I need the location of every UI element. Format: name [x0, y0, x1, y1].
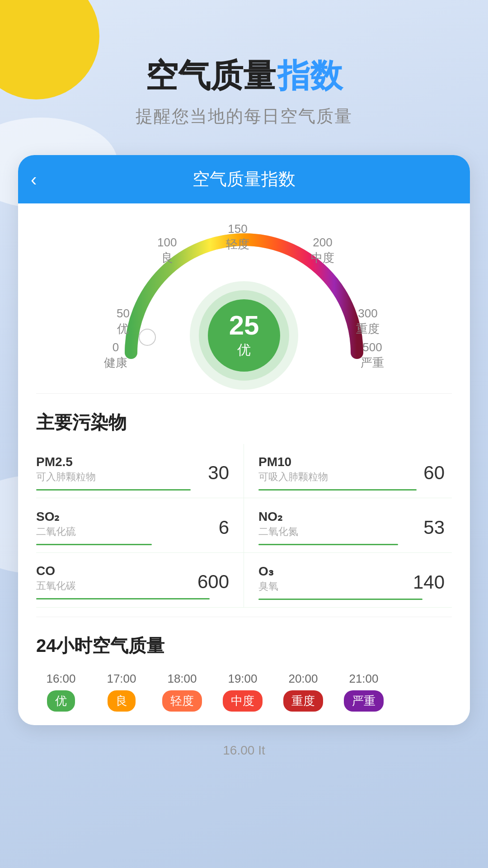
- gauge-label-150: 150轻度: [226, 222, 249, 252]
- timeline-time-2100: 21:00: [349, 672, 378, 686]
- timeline-badge-1900: 中度: [223, 690, 263, 712]
- pollutant-so2-value: 6: [219, 517, 229, 538]
- pollutant-co-name: CO: [36, 564, 76, 578]
- pollutant-pm10-name: PM10: [258, 455, 328, 469]
- pollutant-co-value: 600: [197, 571, 229, 593]
- pollutant-pm10-bar: [258, 489, 417, 491]
- timeline-section: 24小时空气质量 16:00 优 17:00 良 18:00 轻度 19:00 …: [18, 617, 470, 725]
- timeline-title: 24小时空气质量: [18, 617, 470, 667]
- pollutant-pm25-name: PM2.5: [36, 455, 96, 469]
- gauge-aura-mid: 25 优: [199, 290, 289, 381]
- pollutant-no2: NO₂ 二氧化氮 53: [244, 498, 452, 553]
- timeline-badge-2000: 重度: [283, 690, 323, 712]
- timeline-time-1700: 17:00: [107, 672, 136, 686]
- pollutants-section: 主要污染物 PM2.5 可入肺颗粒物 30: [18, 394, 470, 608]
- gauge-label-50: 50优: [117, 306, 130, 337]
- pollutant-no2-name: NO₂: [258, 509, 298, 524]
- gauge-label-200: 200中度: [311, 235, 334, 266]
- hero-title-main: 空气质量: [145, 57, 276, 94]
- pollutant-pm10-sub: 可吸入肺颗粒物: [258, 470, 328, 484]
- timeline-item-1600: 16:00 优: [36, 672, 86, 712]
- pollutant-pm10: PM10 可吸入肺颗粒物 60: [244, 444, 452, 498]
- gauge-center: 25 优: [190, 281, 298, 390]
- timeline-item-2000: 20:00 重度: [278, 672, 328, 712]
- timeline-time-1600: 16:00: [46, 672, 75, 686]
- pollutant-o3-name: O₃: [258, 564, 278, 579]
- pollutant-pm25-bar: [36, 489, 191, 491]
- pollutant-so2-bar: [36, 544, 152, 545]
- card-header-title: 空气质量指数: [192, 170, 296, 189]
- back-button[interactable]: ‹: [31, 169, 37, 189]
- gauge-container: 0健康 50优 100良 150轻度 2: [104, 222, 384, 384]
- bottom-label: 16.00 It: [18, 743, 470, 771]
- pollutant-pm10-value: 60: [423, 462, 445, 484]
- timeline-row: 16:00 优 17:00 良 18:00 轻度 19:00 中度 20:00: [18, 667, 470, 725]
- timeline-item-1900: 19:00 中度: [218, 672, 267, 712]
- timeline-item-1700: 17:00 良: [97, 672, 146, 712]
- timeline-time-1800: 18:00: [167, 672, 197, 686]
- timeline-time-2000: 20:00: [288, 672, 318, 686]
- timeline-badge-1600: 优: [47, 690, 75, 712]
- timeline-badge-2100: 严重: [344, 690, 384, 712]
- timeline-badge-1700: 良: [108, 690, 136, 712]
- pollutant-o3-sub: 臭氧: [258, 580, 278, 593]
- gauge-section: 0健康 50优 100良 150轻度 2: [18, 203, 470, 393]
- pollutant-co-bar: [36, 598, 210, 599]
- gauge-label-0: 0健康: [104, 340, 127, 371]
- pollutant-pm25: PM2.5 可入肺颗粒物 30: [36, 444, 244, 498]
- pollutant-co-sub: 五氧化碳: [36, 579, 76, 593]
- pollutant-o3-bar: [258, 599, 422, 600]
- timeline-badge-1800: 轻度: [162, 690, 202, 712]
- gauge-label-300: 300重度: [356, 306, 380, 337]
- gauge-value: 25: [229, 312, 259, 339]
- pollutant-so2: SO₂ 二氧化硫 6: [36, 498, 244, 553]
- timeline-item-2100: 21:00 严重: [339, 672, 389, 712]
- pollutant-so2-name: SO₂: [36, 509, 76, 524]
- card-header: ‹ 空气质量指数: [18, 155, 470, 203]
- gauge-aura-outer: 25 优: [190, 281, 298, 390]
- pollutant-o3-value: 140: [413, 571, 445, 593]
- pollutant-no2-bar: [258, 544, 398, 545]
- pollutant-pm25-value: 30: [208, 462, 229, 484]
- pollutant-o3: O₃ 臭氧 140: [244, 553, 452, 608]
- pollutant-co: CO 五氧化碳 600: [36, 553, 244, 608]
- timeline-item-1800: 18:00 轻度: [157, 672, 207, 712]
- pollutant-no2-value: 53: [423, 517, 445, 538]
- pollutants-title: 主要污染物: [18, 394, 470, 444]
- hero-title-accent: 指数: [277, 57, 343, 94]
- pollutants-grid: PM2.5 可入肺颗粒物 30 PM10 可吸入肺颗粒物 60: [18, 444, 470, 608]
- pollutant-pm25-sub: 可入肺颗粒物: [36, 470, 96, 484]
- hero-title-block: 空气质量 指数: [18, 54, 470, 98]
- gauge-label-100: 100良: [157, 235, 177, 266]
- main-card: ‹ 空气质量指数: [18, 155, 470, 725]
- timeline-time-1900: 19:00: [228, 672, 257, 686]
- gauge-level: 优: [237, 341, 251, 359]
- pollutant-no2-sub: 二氧化氮: [258, 525, 298, 538]
- gauge-circle: 25 优: [208, 299, 280, 372]
- gauge-label-500: 500严重: [361, 340, 384, 371]
- hero-subtitle: 提醒您当地的每日空气质量: [18, 105, 470, 128]
- pollutant-so2-sub: 二氧化硫: [36, 525, 76, 538]
